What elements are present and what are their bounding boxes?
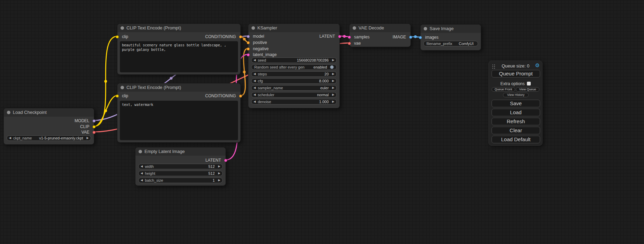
output-slot-conditioning[interactable] bbox=[239, 35, 242, 38]
node-title-bar[interactable]: CLIP Text Encode (Prompt) bbox=[117, 83, 240, 92]
node-title: KSampler bbox=[257, 25, 277, 30]
input-slot-images[interactable] bbox=[419, 36, 422, 39]
save-button[interactable]: Save bbox=[492, 100, 540, 107]
decrement-arrow-icon[interactable]: ◀ bbox=[7, 136, 13, 141]
prompt-textarea[interactable]: beautiful scenery nature glass bottle la… bbox=[120, 41, 238, 72]
input-slot-vae[interactable] bbox=[348, 42, 351, 45]
collapse-dot-icon[interactable] bbox=[353, 26, 356, 30]
widget-steps[interactable]: ◀ steps 20 ▶ bbox=[251, 71, 337, 77]
input-slot-positive[interactable] bbox=[247, 41, 250, 44]
widget-label: seed bbox=[258, 58, 266, 63]
node-title-bar[interactable]: CLIP Text Encode (Prompt) bbox=[117, 24, 240, 32]
toggle-indicator-icon[interactable] bbox=[330, 65, 334, 69]
decrement-arrow-icon[interactable]: ◀ bbox=[139, 171, 145, 176]
node-title-bar[interactable]: KSampler bbox=[248, 24, 339, 32]
node-title-bar[interactable]: Save Image bbox=[421, 25, 481, 33]
input-slot-clip[interactable] bbox=[116, 94, 119, 98]
widget-width[interactable]: ◀ width 512 ▶ bbox=[138, 164, 223, 169]
widget-cfg[interactable]: ◀ cfg 8.000 ▶ bbox=[251, 78, 337, 84]
output-label-conditioning: CONDITIONING bbox=[205, 34, 236, 39]
input-slot-samples[interactable] bbox=[348, 36, 351, 39]
node-title: CLIP Text Encode (Prompt) bbox=[126, 85, 181, 90]
widget-scheduler[interactable]: ◀ scheduler normal ▶ bbox=[251, 92, 337, 98]
increment-arrow-icon[interactable]: ▶ bbox=[330, 72, 336, 76]
increment-arrow-icon[interactable]: ▶ bbox=[330, 79, 336, 83]
node-empty-latent-image[interactable]: Empty Latent Image LATENT ◀ width 512 ▶ … bbox=[135, 147, 226, 186]
increment-arrow-icon[interactable]: ▶ bbox=[216, 178, 222, 183]
collapse-dot-icon[interactable] bbox=[121, 86, 124, 89]
decrement-arrow-icon[interactable]: ◀ bbox=[252, 79, 258, 83]
node-title-bar[interactable]: VAE Decode bbox=[350, 24, 411, 32]
input-slot-model[interactable] bbox=[247, 35, 250, 38]
input-slot-negative[interactable] bbox=[247, 47, 250, 51]
input-label-images: images bbox=[425, 35, 439, 40]
node-load-checkpoint[interactable]: Load Checkpoint MODEL CLIP VAE ◀ ckpt_na… bbox=[3, 108, 94, 145]
node-save-image[interactable]: Save Image images filename_prefix ComfyU… bbox=[420, 24, 481, 51]
view-queue-button[interactable]: View Queue bbox=[516, 87, 539, 92]
link-midpoint-dot bbox=[104, 80, 107, 83]
output-slot-vae[interactable] bbox=[92, 131, 96, 134]
collapse-dot-icon[interactable] bbox=[424, 27, 427, 30]
increment-arrow-icon[interactable]: ▶ bbox=[330, 58, 336, 63]
extra-options-checkbox[interactable] bbox=[527, 82, 531, 85]
output-slot-model[interactable] bbox=[92, 119, 96, 123]
widget-seed[interactable]: ◀ seed 156680208700286 ▶ bbox=[251, 57, 337, 63]
widget-batch-size[interactable]: ◀ batch_size 1 ▶ bbox=[138, 178, 223, 183]
queue-prompt-button[interactable]: Queue Prompt bbox=[492, 70, 540, 78]
collapse-dot-icon[interactable] bbox=[121, 26, 124, 30]
node-vae-decode[interactable]: VAE Decode samples vae IMAGE bbox=[349, 24, 411, 47]
widget-denoise[interactable]: ◀ denoise 1.000 ▶ bbox=[251, 99, 337, 105]
widget-random-seed-toggle[interactable]: Random seed after every gen enabled bbox=[251, 64, 337, 70]
node-title-bar[interactable]: Load Checkpoint bbox=[4, 108, 94, 117]
settings-gear-icon[interactable]: ⚙ bbox=[535, 62, 540, 69]
clear-button[interactable]: Clear bbox=[492, 127, 540, 134]
node-clip-text-encode-negative[interactable]: CLIP Text Encode (Prompt) clip CONDITION… bbox=[117, 83, 241, 143]
widget-sampler-name[interactable]: ◀ sampler_name euler ▶ bbox=[251, 85, 337, 91]
node-ksampler[interactable]: KSampler model positive negative latent_… bbox=[248, 24, 340, 108]
load-button[interactable]: Load bbox=[492, 109, 540, 116]
collapse-dot-icon[interactable] bbox=[7, 111, 10, 114]
output-slot-latent[interactable] bbox=[338, 35, 341, 38]
output-slot-latent[interactable] bbox=[224, 159, 227, 162]
decrement-arrow-icon[interactable]: ◀ bbox=[252, 92, 258, 97]
view-history-button[interactable]: View History bbox=[503, 93, 529, 97]
increment-arrow-icon[interactable]: ▶ bbox=[330, 85, 336, 90]
output-slot-clip[interactable] bbox=[92, 125, 96, 128]
increment-arrow-icon[interactable]: ▶ bbox=[216, 164, 222, 169]
output-label-latent: LATENT bbox=[205, 157, 221, 163]
node-clip-text-encode-positive[interactable]: CLIP Text Encode (Prompt) clip CONDITION… bbox=[117, 24, 241, 75]
node-title: Save Image bbox=[430, 26, 453, 31]
output-label-model: MODEL bbox=[74, 118, 89, 124]
widget-ckpt-name[interactable]: ◀ ckpt_name v1-5-pruned-emaonly.ckpt ▶ bbox=[7, 135, 91, 141]
input-label-positive: positive bbox=[253, 40, 267, 45]
output-slot-conditioning[interactable] bbox=[239, 94, 242, 98]
decrement-arrow-icon[interactable]: ◀ bbox=[139, 164, 145, 169]
load-default-button[interactable]: Load Default bbox=[492, 136, 540, 143]
prompt-textarea[interactable]: text, watermark bbox=[120, 101, 238, 140]
decrement-arrow-icon[interactable]: ◀ bbox=[139, 178, 145, 183]
increment-arrow-icon[interactable]: ▶ bbox=[330, 99, 336, 104]
widget-filename-prefix[interactable]: filename_prefix ComfyUI bbox=[423, 41, 478, 46]
refresh-button[interactable]: Refresh bbox=[492, 118, 540, 125]
input-slot-clip[interactable] bbox=[116, 35, 119, 38]
queue-front-button[interactable]: Queue Front bbox=[492, 87, 515, 92]
node-title-bar[interactable]: Empty Latent Image bbox=[135, 147, 226, 156]
output-slot-image[interactable] bbox=[409, 36, 412, 39]
widget-height[interactable]: ◀ height 512 ▶ bbox=[138, 171, 223, 176]
decrement-arrow-icon[interactable]: ◀ bbox=[252, 58, 258, 63]
node-title: CLIP Text Encode (Prompt) bbox=[126, 25, 181, 30]
comfyui-canvas[interactable]: { "colors": { "model": "#b39ddb", "clip"… bbox=[0, 0, 644, 244]
decrement-arrow-icon[interactable]: ◀ bbox=[252, 72, 258, 76]
decrement-arrow-icon[interactable]: ◀ bbox=[252, 85, 258, 90]
collapse-dot-icon[interactable] bbox=[139, 150, 142, 153]
collapse-dot-icon[interactable] bbox=[252, 26, 255, 30]
increment-arrow-icon[interactable]: ▶ bbox=[85, 136, 91, 141]
widget-value: 512 bbox=[208, 164, 216, 169]
input-label-clip: clip bbox=[122, 34, 128, 39]
input-slot-latent-image[interactable] bbox=[247, 53, 250, 56]
input-label-negative: negative bbox=[253, 46, 268, 52]
output-label-vae: VAE bbox=[81, 129, 89, 135]
increment-arrow-icon[interactable]: ▶ bbox=[216, 171, 222, 176]
increment-arrow-icon[interactable]: ▶ bbox=[330, 92, 336, 97]
decrement-arrow-icon[interactable]: ◀ bbox=[252, 99, 258, 104]
